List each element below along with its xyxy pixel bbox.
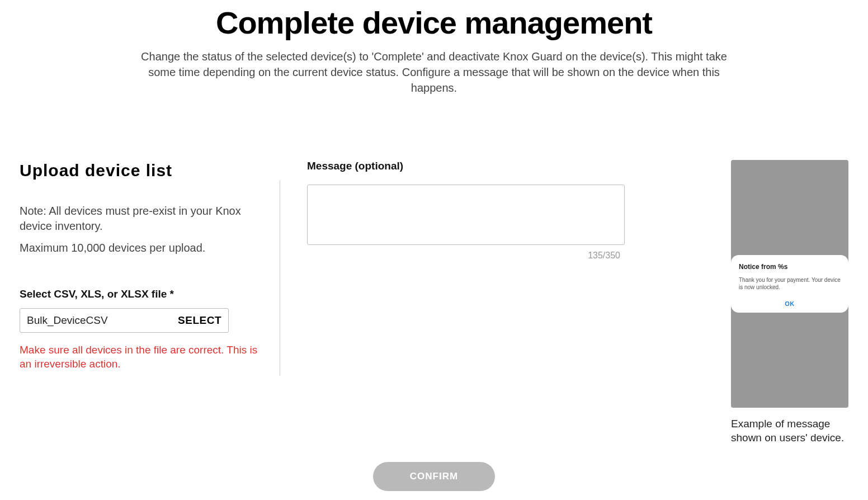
file-select-label: Select CSV, XLS, or XLSX file *	[20, 288, 260, 300]
select-file-button[interactable]: SELECT	[178, 314, 221, 327]
irreversible-warning: Make sure all devices in the file are co…	[20, 343, 260, 371]
page-header: Complete device management Change the st…	[20, 0, 848, 96]
content-row: Upload device list Note: All devices mus…	[20, 160, 848, 445]
footer: CONFIRM	[20, 462, 848, 491]
upload-heading: Upload device list	[20, 161, 260, 180]
upload-note-inventory: Note: All devices must pre-exist in your…	[20, 204, 260, 234]
phone-mockup: Notice from %s Thank you for your paymen…	[731, 160, 848, 408]
preview-dialog-title: Notice from %s	[739, 263, 841, 271]
message-label: Message (optional)	[307, 160, 731, 172]
file-input-row[interactable]: Bulk_DeviceCSV SELECT	[20, 308, 229, 333]
page-title: Complete device management	[20, 6, 848, 40]
char-count: 135/350	[307, 251, 620, 261]
message-section: Message (optional) 135/350	[280, 160, 731, 445]
upload-section: Upload device list Note: All devices mus…	[20, 160, 280, 445]
preview-dialog: Notice from %s Thank you for your paymen…	[731, 255, 848, 313]
selected-file-name: Bulk_DeviceCSV	[27, 314, 108, 327]
confirm-button[interactable]: CONFIRM	[373, 462, 495, 491]
preview-dialog-body: Thank you for your payment. Your device …	[739, 276, 841, 291]
preview-caption: Example of message shown on users' devic…	[731, 417, 848, 445]
message-textarea[interactable]	[307, 185, 625, 245]
preview-section: Notice from %s Thank you for your paymen…	[731, 160, 848, 445]
upload-note-max: Maximum 10,000 devices per upload.	[20, 240, 260, 256]
page-subtitle: Change the status of the selected device…	[138, 49, 730, 96]
preview-dialog-ok: OK	[739, 300, 841, 307]
